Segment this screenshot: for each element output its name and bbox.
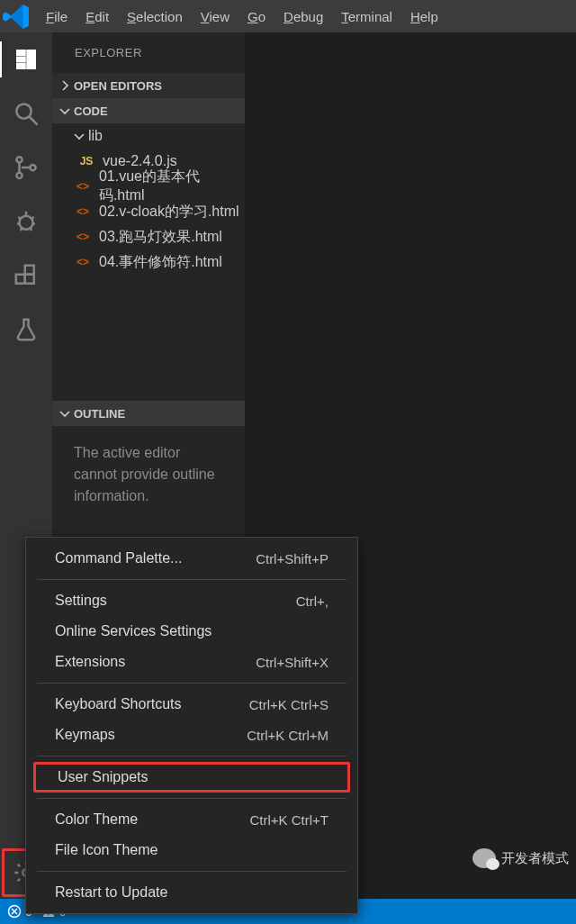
body: 1 EXPLORER OPEN EDITORS CODE lib JS <box>0 32 576 899</box>
chevron-down-icon <box>58 104 72 118</box>
chevron-down-icon <box>58 406 72 421</box>
menu-selection[interactable]: Selection <box>118 9 192 24</box>
svg-point-4 <box>30 165 35 170</box>
file-name: 02.v-cloak的学习.html <box>99 203 239 222</box>
svg-rect-6 <box>16 275 25 284</box>
menu-terminal[interactable]: Terminal <box>332 9 401 24</box>
tree-file[interactable]: <>03.跑马灯效果.html <box>52 224 245 249</box>
menubar: FileEditSelectionViewGoDebugTerminalHelp <box>0 0 576 32</box>
context-separator <box>37 798 346 799</box>
menu-edit[interactable]: Edit <box>76 9 118 24</box>
svg-rect-7 <box>25 275 34 284</box>
menu-view[interactable]: View <box>192 9 238 24</box>
context-item-file-icon-theme[interactable]: File Icon Theme <box>33 835 350 865</box>
menu-file[interactable]: File <box>37 9 76 24</box>
search-icon[interactable] <box>0 86 52 140</box>
context-shortcut: Ctrl+K Ctrl+M <box>247 728 328 743</box>
context-item-keymaps[interactable]: KeymapsCtrl+K Ctrl+M <box>33 720 350 750</box>
context-label: Keyboard Shortcuts <box>55 696 182 712</box>
folder-label: lib <box>88 128 103 144</box>
file-name: 01.vue的基本代码.html <box>99 168 245 205</box>
context-separator <box>37 756 346 756</box>
source-control-icon[interactable] <box>0 140 52 195</box>
settings-context-menu: Command Palette...Ctrl+Shift+PSettingsCt… <box>25 537 358 914</box>
context-item-settings[interactable]: SettingsCtrl+, <box>33 585 350 616</box>
svg-point-3 <box>16 173 22 178</box>
html-file-icon: <> <box>72 205 94 218</box>
context-shortcut: Ctrl+K Ctrl+S <box>249 697 328 712</box>
file-name: 04.事件修饰符.html <box>99 253 222 272</box>
open-editors-label: OPEN EDITORS <box>74 79 162 93</box>
context-shortcut: Ctrl+Shift+P <box>256 551 328 566</box>
vscode-logo-icon <box>2 2 32 32</box>
workspace-label: CODE <box>74 104 108 118</box>
context-label: Command Palette... <box>55 550 182 566</box>
context-shortcut: Ctrl+, <box>296 593 328 609</box>
tree-file[interactable]: <>04.事件修饰符.html <box>52 249 245 275</box>
extensions-icon[interactable] <box>0 249 52 303</box>
debug-icon[interactable] <box>0 195 52 249</box>
menu-debug[interactable]: Debug <box>274 9 332 24</box>
context-shortcut: Ctrl+Shift+X <box>256 655 328 670</box>
svg-point-2 <box>16 157 22 162</box>
tree-file[interactable]: <>02.v-cloak的学习.html <box>52 199 245 224</box>
context-label: Online Services Settings <box>55 623 212 639</box>
menu-go[interactable]: Go <box>238 9 274 24</box>
panel-title: EXPLORER <box>52 32 245 73</box>
chevron-right-icon <box>58 78 72 93</box>
context-label: Keymaps <box>55 727 115 743</box>
context-label: Restart to Update <box>55 884 167 901</box>
outline-label: OUTLINE <box>74 407 125 421</box>
error-icon <box>7 904 22 919</box>
context-label: Extensions <box>55 654 125 670</box>
svg-line-1 <box>30 117 38 125</box>
context-label: Color Theme <box>55 811 138 828</box>
context-item-restart-to-update[interactable]: Restart to Update <box>33 877 350 908</box>
menu-help[interactable]: Help <box>401 9 447 24</box>
window: FileEditSelectionViewGoDebugTerminalHelp <box>0 0 576 924</box>
svg-rect-8 <box>25 266 34 275</box>
tree-file[interactable]: <>01.vue的基本代码.html <box>52 174 245 199</box>
context-separator <box>37 871 346 872</box>
wechat-icon <box>472 848 496 868</box>
chevron-down-icon <box>72 129 86 143</box>
context-separator <box>37 579 346 580</box>
file-name: 03.跑马灯效果.html <box>99 228 222 247</box>
context-label: File Icon Theme <box>55 842 158 858</box>
wechat-label: 开发者模式 <box>501 850 569 867</box>
svg-point-0 <box>16 104 31 118</box>
js-file-icon: JS <box>76 155 97 168</box>
tree-folder-lib[interactable]: lib <box>52 123 245 149</box>
context-item-online-services-settings[interactable]: Online Services Settings <box>33 616 350 647</box>
html-file-icon: <> <box>72 256 94 268</box>
context-item-extensions[interactable]: ExtensionsCtrl+Shift+X <box>33 647 350 677</box>
svg-rect-12 <box>48 914 49 915</box>
file-tree: lib JSvue-2.4.0.js<>01.vue的基本代码.html<>02… <box>52 123 245 275</box>
context-shortcut: Ctrl+K Ctrl+T <box>249 812 328 828</box>
context-label: Settings <box>55 593 107 609</box>
open-editors-header[interactable]: OPEN EDITORS <box>52 73 245 98</box>
context-label: User Snippets <box>58 769 148 785</box>
wechat-watermark: 开发者模式 <box>472 848 569 868</box>
html-file-icon: <> <box>72 180 94 193</box>
explorer-icon[interactable] <box>0 32 52 86</box>
context-separator <box>37 683 346 684</box>
context-item-command-palette[interactable]: Command Palette...Ctrl+Shift+P <box>33 543 350 574</box>
outline-header[interactable]: OUTLINE <box>52 401 245 426</box>
html-file-icon: <> <box>72 231 94 243</box>
beaker-icon[interactable] <box>0 303 52 357</box>
context-item-color-theme[interactable]: Color ThemeCtrl+K Ctrl+T <box>33 804 350 835</box>
context-item-user-snippets[interactable]: User Snippets <box>33 762 350 793</box>
context-item-keyboard-shortcuts[interactable]: Keyboard ShortcutsCtrl+K Ctrl+S <box>33 689 350 720</box>
workspace-header[interactable]: CODE <box>52 98 245 123</box>
outline-empty-message: The active editor cannot provide outline… <box>52 426 245 523</box>
